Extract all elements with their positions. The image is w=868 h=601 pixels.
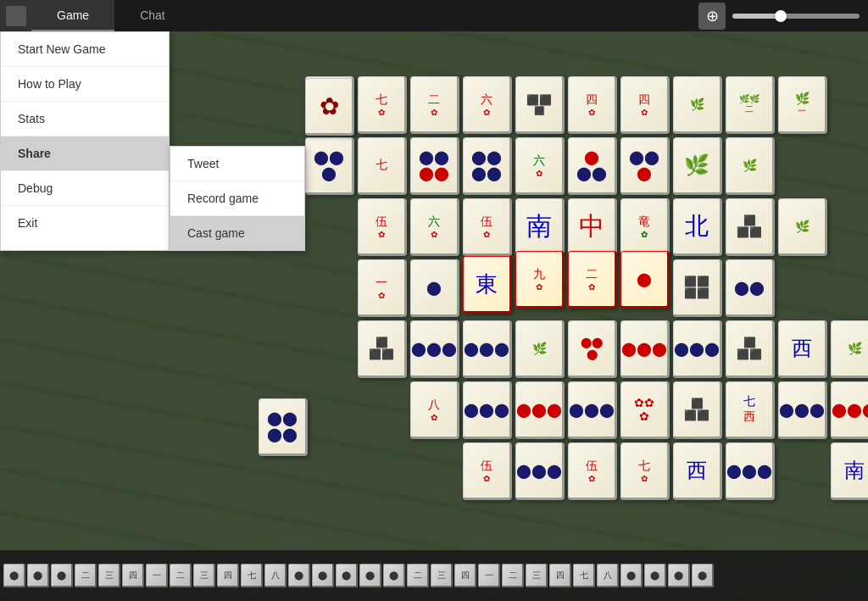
menu-exit[interactable]: Exit — [1, 206, 169, 240]
tile[interactable]: ⬤⬤⬤ — [726, 442, 775, 500]
menu-stats[interactable]: Stats — [1, 102, 169, 136]
tile[interactable]: 🌿 — [515, 320, 565, 378]
tile[interactable]: ⬤⬤ ⬤ — [305, 137, 354, 195]
tile[interactable]: ⬛⬛ ⬛ — [515, 76, 565, 134]
tile[interactable]: 六 ✿ — [410, 198, 459, 256]
tray-tile[interactable]: ⬤ — [336, 564, 358, 587]
tile[interactable]: 四 ✿ — [620, 76, 670, 134]
tray-tile[interactable]: ⬤ — [668, 564, 690, 587]
tray-tile[interactable]: ⬤ — [644, 564, 666, 587]
tile[interactable]: 西 — [778, 320, 827, 378]
tile[interactable]: ⬤⬤⬤ — [778, 381, 827, 439]
tile[interactable]: ⬤⬤⬤ — [831, 381, 868, 439]
tile[interactable]: 四 ✿ — [568, 76, 617, 134]
tile[interactable]: 二 ✿ — [410, 76, 459, 134]
tile[interactable]: 八 ✿ — [410, 381, 459, 439]
tile[interactable]: ⬤⬤⬤ — [463, 320, 512, 378]
tile[interactable]: ⬤⬤⬤ — [463, 381, 512, 439]
menu-how-to-play[interactable]: How to Play — [1, 67, 169, 102]
tray-tile[interactable]: 八 — [264, 564, 287, 587]
tile[interactable]: 🌿 — [673, 76, 722, 134]
tile[interactable]: ⬤⬤ ⬤ — [620, 137, 670, 195]
tile[interactable]: 伍 ✿ — [568, 442, 617, 500]
tray-tile[interactable]: 三 — [193, 564, 215, 587]
tile[interactable]: 🌿 — [673, 137, 722, 195]
tile[interactable]: 二 ✿ — [568, 251, 617, 309]
tray-tile[interactable]: 三 — [431, 564, 453, 587]
tray-tile[interactable]: ⬤ — [27, 564, 49, 587]
tile[interactable]: ⬛ ⬛⬛ — [358, 320, 407, 378]
tray-tile[interactable]: 四 — [549, 564, 571, 587]
menu-start-new-game[interactable]: Start New Game — [1, 32, 169, 67]
tray-tile[interactable]: 七 — [573, 564, 595, 587]
tray-tile[interactable]: 四 — [122, 564, 144, 587]
tray-tile[interactable]: ⬤ — [312, 564, 334, 587]
tile[interactable]: ⬤⬤⬤ — [620, 320, 670, 378]
tile[interactable]: 伍 ✿ — [463, 198, 512, 256]
tile[interactable]: 七 — [358, 137, 407, 195]
tile[interactable]: 竜 ✿ — [620, 198, 670, 256]
tab-chat[interactable]: Chat — [114, 0, 191, 31]
menu-cast-game[interactable]: Cast game — [170, 216, 304, 250]
tray-tile[interactable]: 七 — [241, 564, 263, 587]
tile[interactable]: ⬤ ⬤⬤ — [568, 137, 617, 195]
tile[interactable]: 中 — [568, 198, 617, 256]
tile[interactable]: ⬛ ⬛⬛ — [726, 320, 775, 378]
tile[interactable]: 🌿 一 — [778, 76, 827, 134]
tile[interactable]: 南 — [515, 198, 565, 256]
move-icon[interactable]: ⊕ — [698, 3, 726, 30]
tile[interactable]: 伍 ✿ — [358, 198, 407, 256]
tile[interactable]: ⬤ — [620, 251, 670, 309]
tile[interactable]: ⬤⬤ ⬤⬤ — [463, 137, 512, 195]
tile[interactable]: 🌿 — [831, 320, 868, 378]
tile[interactable]: ⬛ ⬛⬛ — [673, 381, 722, 439]
tile[interactable]: 北 — [673, 198, 722, 256]
tile[interactable]: 🌿 — [778, 198, 827, 256]
tray-tile[interactable]: 二 — [170, 564, 192, 587]
tile[interactable]: ⬤⬤⬤ — [515, 442, 565, 500]
tray-tile[interactable]: ⬤ — [359, 564, 381, 587]
menu-record-game[interactable]: Record game — [170, 181, 304, 216]
tile[interactable]: 伍 ✿ — [463, 442, 512, 500]
tray-tile[interactable]: 二 — [75, 564, 97, 587]
tile[interactable]: ⬤⬤ — [726, 259, 775, 317]
tray-tile[interactable]: 四 — [217, 564, 239, 587]
tile[interactable]: 🌿 — [726, 137, 775, 195]
tile[interactable]: ⬤⬤ ⬤⬤ — [410, 137, 459, 195]
tile[interactable]: 南 — [831, 442, 868, 500]
menu-debug[interactable]: Debug — [1, 171, 169, 206]
tile[interactable]: ✿✿ ✿ — [620, 381, 670, 439]
tile[interactable]: 東 — [463, 256, 512, 314]
tray-tile[interactable]: 三 — [98, 564, 120, 587]
tile[interactable]: 西 — [673, 442, 722, 500]
tray-tile[interactable]: 八 — [597, 564, 619, 587]
tile[interactable]: ⬛⬛ ⬛⬛ — [673, 259, 722, 317]
tile[interactable]: ⬤⬤ ⬤⬤ — [259, 398, 308, 456]
tray-tile[interactable]: 四 — [454, 564, 476, 587]
tray-tile[interactable]: ⬤ — [620, 564, 643, 587]
tray-tile[interactable]: 二 — [502, 564, 524, 587]
tile[interactable]: ⬤⬤ ⬤ — [568, 320, 617, 378]
menu-share[interactable]: Share — [1, 136, 169, 171]
tile[interactable]: ⬤ — [410, 259, 459, 317]
tile[interactable]: 七 西 — [726, 381, 775, 439]
tray-tile[interactable]: ⬤ — [288, 564, 310, 587]
menu-tweet[interactable]: Tweet — [170, 147, 304, 181]
tile[interactable]: 七 ✿ — [358, 76, 407, 134]
flower-tile[interactable]: ✿ — [305, 78, 354, 136]
app-logo[interactable] — [0, 0, 31, 31]
volume-slider[interactable] — [732, 14, 860, 19]
tile[interactable]: 七 ✿ — [620, 442, 670, 500]
tray-tile[interactable]: 一 — [146, 564, 168, 587]
tile[interactable]: ⬤⬤⬤ — [410, 320, 459, 378]
tray-tile[interactable]: ⬤ — [3, 564, 25, 587]
tile[interactable]: 一 ✿ — [358, 259, 407, 317]
tray-tile[interactable]: 一 — [478, 564, 500, 587]
tile[interactable]: 🌿🌿 二 — [726, 76, 775, 134]
tray-tile[interactable]: ⬤ — [51, 564, 73, 587]
tray-tile[interactable]: ⬤ — [383, 564, 405, 587]
tab-game[interactable]: Game — [31, 0, 114, 31]
tile[interactable]: ⬛ ⬛⬛ — [726, 198, 775, 256]
tray-tile[interactable]: ⬤ — [692, 564, 714, 587]
tile[interactable]: ⬤⬤⬤ — [673, 320, 722, 378]
